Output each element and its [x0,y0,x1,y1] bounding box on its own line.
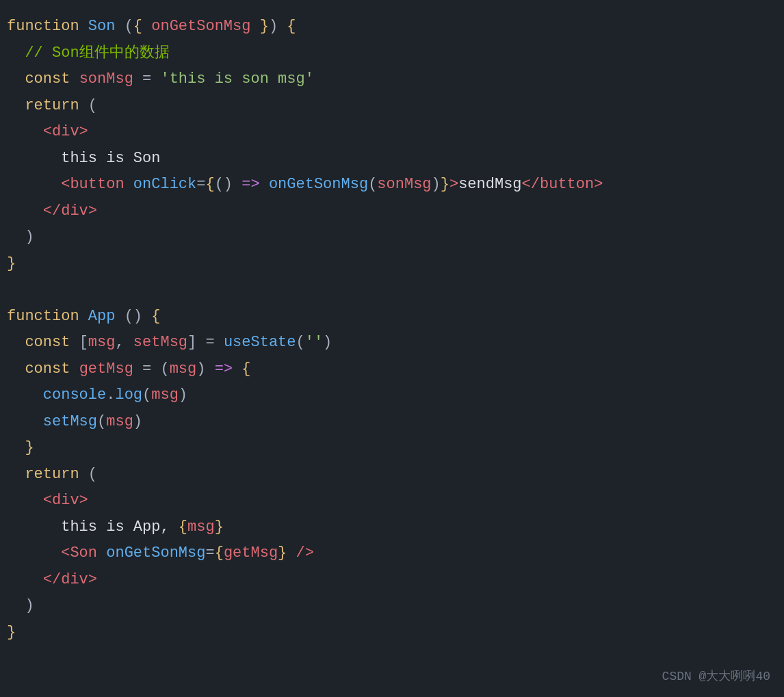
line-18: return ( [7,462,770,488]
line-6: this is Son [7,146,770,172]
line-15: console.log(msg) [7,382,770,409]
line-4: return ( [7,93,770,120]
line-22: </div> [7,567,770,594]
line-1: function Son ({ onGetSonMsg }) { [7,14,770,40]
line-9: ) [7,224,770,251]
code-editor: function Son ({ onGetSonMsg }) { // Son组… [0,0,784,697]
line-5: <div> [7,119,770,146]
line-24: } [7,620,770,646]
line-13: const [msg, setMsg] = useState('') [7,330,770,356]
watermark: CSDN @大大咧咧40 [662,667,770,687]
line-12: function App () { [7,304,770,330]
line-8: </div> [7,198,770,225]
line-20: this is App, {msg} [7,514,770,541]
line-17: } [7,435,770,462]
line-23: ) [7,593,770,620]
line-7: <button onClick={() => onGetSonMsg(sonMs… [7,172,770,198]
line-10: } [7,251,770,278]
line-21: <Son onGetSonMsg={getMsg} /> [7,540,770,567]
line-19: <div> [7,488,770,514]
line-blank [7,277,770,304]
line-14: const getMsg = (msg) => { [7,356,770,383]
line-16: setMsg(msg) [7,409,770,436]
line-3: const sonMsg = 'this is son msg' [7,66,770,93]
line-2: // Son组件中的数据 [7,40,770,67]
